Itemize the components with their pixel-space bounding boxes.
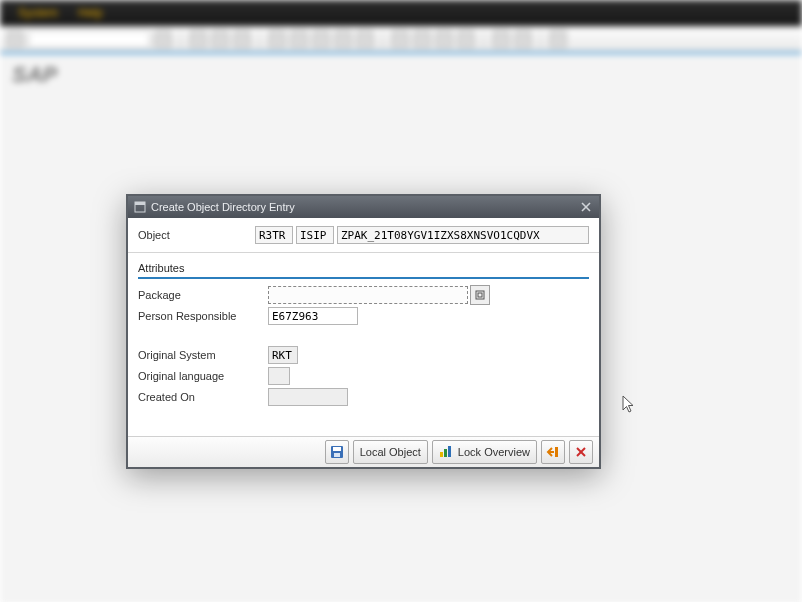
toolbar-button[interactable] — [514, 30, 532, 48]
svg-rect-11 — [448, 446, 451, 457]
svg-rect-7 — [333, 447, 341, 451]
mouse-cursor-icon — [622, 395, 636, 417]
close-icon[interactable] — [579, 200, 593, 214]
app-toolbar — [0, 26, 802, 52]
toolbar-button[interactable] — [154, 30, 172, 48]
toolbar-button[interactable] — [334, 30, 352, 48]
menu-help[interactable]: Help — [78, 6, 103, 20]
menu-system[interactable]: System — [18, 6, 58, 20]
dialog-titlebar[interactable]: Create Object Directory Entry — [128, 196, 599, 218]
local-object-label: Local Object — [360, 446, 421, 458]
toolbar-button[interactable] — [413, 30, 431, 48]
toolbar-button[interactable] — [268, 30, 286, 48]
divider — [128, 252, 599, 253]
package-input[interactable] — [268, 286, 468, 304]
toolbar-button[interactable] — [549, 30, 567, 48]
responsible-row: Person Responsible — [138, 306, 589, 326]
toolbar-button[interactable] — [435, 30, 453, 48]
original-system-row: Original System — [138, 345, 589, 365]
toolbar-button[interactable] — [6, 30, 24, 48]
chart-icon — [439, 444, 453, 460]
original-system-label: Original System — [138, 349, 268, 361]
created-on-label: Created On — [138, 391, 268, 403]
separator — [382, 30, 383, 48]
separator — [483, 30, 484, 48]
original-language-label: Original language — [138, 370, 268, 382]
object-type-input — [296, 226, 334, 244]
toolbar-button[interactable] — [391, 30, 409, 48]
menubar: System Help — [0, 0, 802, 26]
original-system-input — [268, 346, 298, 364]
toolbar-button[interactable] — [356, 30, 374, 48]
svg-rect-5 — [478, 293, 482, 297]
svg-rect-1 — [135, 202, 145, 205]
original-language-row: Original language — [138, 366, 589, 386]
object-row: Object — [138, 226, 589, 244]
lock-overview-label: Lock Overview — [458, 446, 530, 458]
save-button[interactable] — [325, 440, 349, 464]
package-label: Package — [138, 289, 268, 301]
object-name-input — [337, 226, 589, 244]
window-icon — [134, 201, 146, 213]
svg-rect-9 — [440, 452, 443, 457]
toolbar-button[interactable] — [233, 30, 251, 48]
package-row: Package — [138, 285, 589, 305]
responsible-input[interactable] — [268, 307, 358, 325]
separator — [259, 30, 260, 48]
toolbar-button[interactable] — [457, 30, 475, 48]
toolbar-button[interactable] — [492, 30, 510, 48]
created-on-row: Created On — [138, 387, 589, 407]
toolbar-button[interactable] — [211, 30, 229, 48]
dialog-title: Create Object Directory Entry — [151, 201, 295, 213]
responsible-label: Person Responsible — [138, 310, 268, 322]
svg-rect-10 — [444, 449, 447, 457]
object-pgmid-input — [255, 226, 293, 244]
separator — [180, 30, 181, 48]
toolbar-button[interactable] — [312, 30, 330, 48]
command-field[interactable] — [28, 30, 150, 48]
created-on-input — [268, 388, 348, 406]
toolbar-button[interactable] — [290, 30, 308, 48]
dialog-body: Object Attributes Package Person Respons… — [128, 218, 599, 436]
dialog-toolbar: Local Object Lock Overview — [128, 436, 599, 467]
lock-overview-button[interactable]: Lock Overview — [432, 440, 537, 464]
separator — [540, 30, 541, 48]
svg-rect-8 — [334, 453, 340, 457]
local-object-button[interactable]: Local Object — [353, 440, 428, 464]
object-label: Object — [138, 229, 255, 241]
sap-heading: SAP — [0, 54, 802, 96]
create-object-dialog: Create Object Directory Entry Object Att… — [126, 194, 601, 469]
attributes-heading: Attributes — [138, 259, 589, 279]
search-help-button[interactable] — [470, 285, 490, 305]
continue-button[interactable] — [541, 440, 565, 464]
cancel-button[interactable] — [569, 440, 593, 464]
toolbar-button[interactable] — [189, 30, 207, 48]
svg-rect-12 — [555, 447, 558, 457]
original-language-input — [268, 367, 290, 385]
svg-rect-4 — [476, 291, 484, 299]
